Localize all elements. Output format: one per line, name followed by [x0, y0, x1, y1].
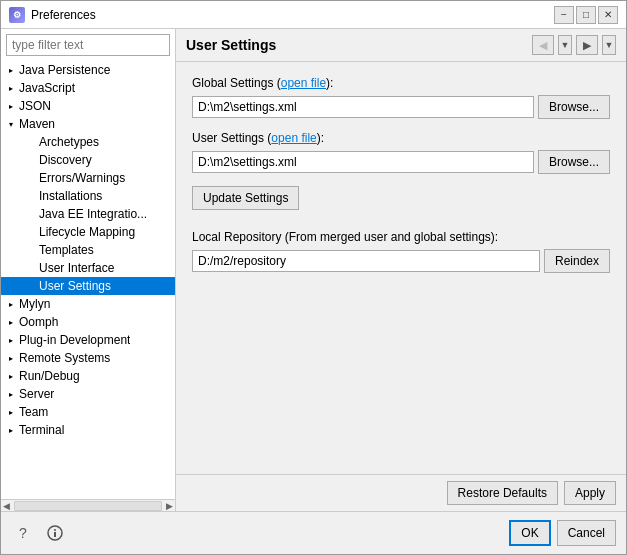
chevron-icon [25, 154, 37, 166]
tree-item-remote-systems[interactable]: ▸Remote Systems [1, 349, 175, 367]
tree-item-label: Maven [19, 117, 55, 131]
global-open-file-link[interactable]: open file [281, 76, 326, 90]
chevron-icon: ▸ [5, 64, 17, 76]
tree-item-server[interactable]: ▸Server [1, 385, 175, 403]
chevron-icon: ▸ [5, 406, 17, 418]
ok-button[interactable]: OK [509, 520, 550, 546]
user-open-file-link[interactable]: open file [271, 131, 316, 145]
tree-item-label: Java Persistence [19, 63, 110, 77]
tree-item-label: Installations [39, 189, 102, 203]
chevron-icon: ▸ [5, 82, 17, 94]
dialog-title: Preferences [31, 8, 548, 22]
chevron-icon [25, 280, 37, 292]
title-bar-controls: − □ ✕ [554, 6, 618, 24]
chevron-icon [25, 226, 37, 238]
tree-item-team[interactable]: ▸Team [1, 403, 175, 421]
nav-forward-dropdown[interactable]: ▼ [602, 35, 616, 55]
user-settings-label: User Settings (open file): [192, 131, 610, 145]
tree-item-discovery[interactable]: Discovery [1, 151, 175, 169]
tree-item-json[interactable]: ▸JSON [1, 97, 175, 115]
tree-item-label: User Interface [39, 261, 114, 275]
tree-item-errors-warnings[interactable]: Errors/Warnings [1, 169, 175, 187]
chevron-icon [25, 190, 37, 202]
tree-item-javascript[interactable]: ▸JavaScript [1, 79, 175, 97]
global-settings-input[interactable] [192, 96, 534, 118]
nav-back-button[interactable]: ◀ [532, 35, 554, 55]
tree-item-label: Mylyn [19, 297, 50, 311]
info-button[interactable] [43, 521, 67, 545]
chevron-icon: ▾ [5, 118, 17, 130]
chevron-icon: ▸ [5, 298, 17, 310]
cancel-button[interactable]: Cancel [557, 520, 616, 546]
tree-item-label: Remote Systems [19, 351, 110, 365]
tree-item-label: Plug-in Development [19, 333, 130, 347]
user-browse-button[interactable]: Browse... [538, 150, 610, 174]
tree-item-label: Terminal [19, 423, 64, 437]
nav-controls: ◀ ▼ ▶ ▼ [532, 35, 616, 55]
chevron-icon [25, 244, 37, 256]
update-settings-area: Update Settings [192, 186, 610, 210]
tree-item-label: JavaScript [19, 81, 75, 95]
preferences-dialog: ⚙ Preferences − □ ✕ ▸Java Persistence▸Ja… [0, 0, 627, 555]
horizontal-scrollbar[interactable] [14, 501, 162, 511]
global-browse-button[interactable]: Browse... [538, 95, 610, 119]
nav-forward-button[interactable]: ▶ [576, 35, 598, 55]
minimize-button[interactable]: − [554, 6, 574, 24]
chevron-icon: ▸ [5, 316, 17, 328]
tree-item-user-interface[interactable]: User Interface [1, 259, 175, 277]
update-settings-button[interactable]: Update Settings [192, 186, 299, 210]
local-repo-input[interactable] [192, 250, 540, 272]
tree-item-oomph[interactable]: ▸Oomph [1, 313, 175, 331]
user-settings-input[interactable] [192, 151, 534, 173]
apply-button[interactable]: Apply [564, 481, 616, 505]
tree-item-templates[interactable]: Templates [1, 241, 175, 259]
tree-item-label: Discovery [39, 153, 92, 167]
tree-item-archetypes[interactable]: Archetypes [1, 133, 175, 151]
chevron-icon: ▸ [5, 334, 17, 346]
bottom-right-controls: OK Cancel [509, 520, 616, 546]
chevron-icon: ▸ [5, 100, 17, 112]
tree-item-lifecycle-mapping[interactable]: Lifecycle Mapping [1, 223, 175, 241]
reindex-button[interactable]: Reindex [544, 249, 610, 273]
tree-container: ▸Java Persistence▸JavaScript▸JSON▾MavenA… [1, 61, 175, 499]
tree-item-installations[interactable]: Installations [1, 187, 175, 205]
global-settings-row: Browse... [192, 95, 610, 119]
tree-item-label: Templates [39, 243, 94, 257]
dialog-body: ▸Java Persistence▸JavaScript▸JSON▾MavenA… [1, 29, 626, 511]
chevron-icon [25, 262, 37, 274]
tree-item-mylyn[interactable]: ▸Mylyn [1, 295, 175, 313]
user-settings-row: Browse... [192, 150, 610, 174]
info-icon [47, 525, 63, 541]
svg-point-1 [54, 529, 56, 531]
local-repo-row: Reindex [192, 249, 610, 273]
filter-input[interactable] [6, 34, 170, 56]
restore-defaults-button[interactable]: Restore Defaults [447, 481, 558, 505]
tree-item-terminal[interactable]: ▸Terminal [1, 421, 175, 439]
global-settings-label: Global Settings (open file): [192, 76, 610, 90]
apply-bar: Restore Defaults Apply [176, 474, 626, 511]
bottom-left-controls: ? [11, 521, 67, 545]
tree-item-java-persistence[interactable]: ▸Java Persistence [1, 61, 175, 79]
tree-item-label: JSON [19, 99, 51, 113]
chevron-icon [25, 208, 37, 220]
tree-item-label: Team [19, 405, 48, 419]
maximize-button[interactable]: □ [576, 6, 596, 24]
chevron-icon: ▸ [5, 370, 17, 382]
tree-item-maven[interactable]: ▾Maven [1, 115, 175, 133]
tree-item-run-debug[interactable]: ▸Run/Debug [1, 367, 175, 385]
tree-item-label: Run/Debug [19, 369, 80, 383]
tree-item-user-settings[interactable]: User Settings [1, 277, 175, 295]
tree-item-label: Oomph [19, 315, 58, 329]
right-panel-content: Global Settings (open file): Browse... U… [176, 62, 626, 474]
chevron-icon: ▸ [5, 352, 17, 364]
svg-rect-2 [54, 532, 56, 537]
chevron-icon [25, 136, 37, 148]
right-panel-title: User Settings [186, 37, 276, 53]
tree-item-java-ee-integration[interactable]: Java EE Integratio... [1, 205, 175, 223]
close-button[interactable]: ✕ [598, 6, 618, 24]
title-bar: ⚙ Preferences − □ ✕ [1, 1, 626, 29]
nav-back-dropdown[interactable]: ▼ [558, 35, 572, 55]
help-button[interactable]: ? [11, 521, 35, 545]
tree-item-label: Java EE Integratio... [39, 207, 147, 221]
tree-item-plug-in-development[interactable]: ▸Plug-in Development [1, 331, 175, 349]
